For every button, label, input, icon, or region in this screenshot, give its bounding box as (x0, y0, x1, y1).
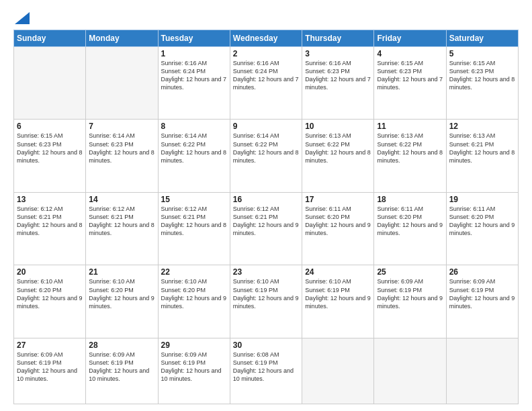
calendar-cell: 16Sunrise: 6:12 AMSunset: 6:21 PMDayligh… (230, 192, 302, 265)
day-info: Sunrise: 6:11 AMSunset: 6:20 PMDaylight:… (449, 205, 515, 238)
day-number: 27 (17, 340, 83, 350)
day-number: 22 (161, 267, 227, 277)
calendar-cell: 28Sunrise: 6:09 AMSunset: 6:19 PMDayligh… (86, 338, 158, 404)
calendar-cell (302, 338, 374, 404)
calendar-cell: 24Sunrise: 6:10 AMSunset: 6:19 PMDayligh… (302, 265, 374, 338)
day-info: Sunrise: 6:15 AMSunset: 6:23 PMDaylight:… (449, 59, 515, 92)
calendar-cell: 27Sunrise: 6:09 AMSunset: 6:19 PMDayligh… (14, 338, 86, 404)
calendar-cell: 29Sunrise: 6:09 AMSunset: 6:19 PMDayligh… (158, 338, 230, 404)
calendar-cell: 11Sunrise: 6:13 AMSunset: 6:22 PMDayligh… (374, 120, 446, 192)
calendar-cell: 14Sunrise: 6:12 AMSunset: 6:21 PMDayligh… (86, 192, 158, 265)
weekday-header-friday: Friday (374, 30, 446, 47)
calendar-cell: 26Sunrise: 6:09 AMSunset: 6:19 PMDayligh… (446, 265, 518, 338)
day-info: Sunrise: 6:15 AMSunset: 6:23 PMDaylight:… (377, 59, 443, 92)
day-number: 28 (89, 340, 154, 350)
week-row-5: 27Sunrise: 6:09 AMSunset: 6:19 PMDayligh… (14, 338, 519, 404)
day-number: 13 (17, 195, 83, 204)
day-info: Sunrise: 6:12 AMSunset: 6:21 PMDaylight:… (233, 205, 299, 238)
calendar-cell: 25Sunrise: 6:09 AMSunset: 6:19 PMDayligh… (374, 265, 446, 338)
day-info: Sunrise: 6:09 AMSunset: 6:19 PMDaylight:… (89, 351, 154, 383)
day-info: Sunrise: 6:10 AMSunset: 6:20 PMDaylight:… (89, 277, 154, 310)
calendar-cell: 21Sunrise: 6:10 AMSunset: 6:20 PMDayligh… (86, 265, 158, 338)
day-info: Sunrise: 6:16 AMSunset: 6:24 PMDaylight:… (233, 59, 299, 92)
calendar-cell (86, 47, 158, 120)
day-info: Sunrise: 6:10 AMSunset: 6:20 PMDaylight:… (17, 277, 83, 310)
day-number: 17 (305, 195, 371, 204)
day-info: Sunrise: 6:11 AMSunset: 6:20 PMDaylight:… (377, 205, 443, 238)
day-info: Sunrise: 6:09 AMSunset: 6:19 PMDaylight:… (377, 277, 443, 310)
day-info: Sunrise: 6:14 AMSunset: 6:22 PMDaylight:… (161, 132, 227, 165)
day-number: 5 (449, 49, 515, 58)
calendar-cell: 7Sunrise: 6:14 AMSunset: 6:23 PMDaylight… (86, 120, 158, 192)
day-number: 16 (233, 195, 299, 204)
calendar-cell: 23Sunrise: 6:10 AMSunset: 6:19 PMDayligh… (230, 265, 302, 338)
day-number: 3 (305, 49, 371, 58)
calendar-cell: 6Sunrise: 6:15 AMSunset: 6:23 PMDaylight… (14, 120, 86, 192)
logo-icon (15, 12, 30, 24)
svg-marker-0 (15, 12, 30, 24)
weekday-header-monday: Monday (86, 30, 158, 47)
day-number: 8 (161, 122, 227, 131)
day-number: 1 (161, 49, 227, 58)
weekday-header-saturday: Saturday (446, 30, 518, 47)
day-info: Sunrise: 6:08 AMSunset: 6:19 PMDaylight:… (233, 351, 299, 383)
day-info: Sunrise: 6:10 AMSunset: 6:19 PMDaylight:… (233, 277, 299, 310)
calendar-cell (446, 338, 518, 404)
day-info: Sunrise: 6:13 AMSunset: 6:22 PMDaylight:… (305, 132, 371, 165)
day-number: 19 (449, 195, 515, 204)
day-info: Sunrise: 6:14 AMSunset: 6:22 PMDaylight:… (233, 132, 299, 165)
weekday-header-thursday: Thursday (302, 30, 374, 47)
week-row-4: 20Sunrise: 6:10 AMSunset: 6:20 PMDayligh… (14, 265, 519, 338)
day-number: 15 (161, 195, 227, 204)
day-number: 14 (89, 195, 154, 204)
calendar-cell: 18Sunrise: 6:11 AMSunset: 6:20 PMDayligh… (374, 192, 446, 265)
header (13, 12, 519, 24)
weekday-header-tuesday: Tuesday (158, 30, 230, 47)
day-number: 23 (233, 267, 299, 277)
day-number: 26 (449, 267, 515, 277)
day-number: 20 (17, 267, 83, 277)
day-info: Sunrise: 6:13 AMSunset: 6:21 PMDaylight:… (449, 132, 515, 165)
day-number: 29 (161, 340, 227, 350)
day-number: 21 (89, 267, 154, 277)
weekday-header-row: SundayMondayTuesdayWednesdayThursdayFrid… (14, 30, 519, 47)
day-info: Sunrise: 6:10 AMSunset: 6:20 PMDaylight:… (161, 277, 227, 310)
day-number: 2 (233, 49, 299, 58)
weekday-header-wednesday: Wednesday (230, 30, 302, 47)
day-info: Sunrise: 6:09 AMSunset: 6:19 PMDaylight:… (449, 277, 515, 310)
day-info: Sunrise: 6:14 AMSunset: 6:23 PMDaylight:… (89, 132, 154, 165)
day-info: Sunrise: 6:12 AMSunset: 6:21 PMDaylight:… (17, 205, 83, 238)
day-number: 4 (377, 49, 443, 58)
calendar-cell: 15Sunrise: 6:12 AMSunset: 6:21 PMDayligh… (158, 192, 230, 265)
calendar-cell: 30Sunrise: 6:08 AMSunset: 6:19 PMDayligh… (230, 338, 302, 404)
week-row-3: 13Sunrise: 6:12 AMSunset: 6:21 PMDayligh… (14, 192, 519, 265)
day-info: Sunrise: 6:15 AMSunset: 6:23 PMDaylight:… (17, 132, 83, 165)
calendar-cell: 4Sunrise: 6:15 AMSunset: 6:23 PMDaylight… (374, 47, 446, 120)
day-info: Sunrise: 6:16 AMSunset: 6:23 PMDaylight:… (305, 59, 371, 92)
calendar-cell: 12Sunrise: 6:13 AMSunset: 6:21 PMDayligh… (446, 120, 518, 192)
page: SundayMondayTuesdayWednesdayThursdayFrid… (0, 0, 532, 411)
calendar-cell: 13Sunrise: 6:12 AMSunset: 6:21 PMDayligh… (14, 192, 86, 265)
day-info: Sunrise: 6:11 AMSunset: 6:20 PMDaylight:… (305, 205, 371, 238)
calendar-cell: 8Sunrise: 6:14 AMSunset: 6:22 PMDaylight… (158, 120, 230, 192)
day-number: 18 (377, 195, 443, 204)
day-number: 11 (377, 122, 443, 131)
day-info: Sunrise: 6:09 AMSunset: 6:19 PMDaylight:… (161, 351, 227, 383)
day-number: 9 (233, 122, 299, 131)
calendar-cell: 5Sunrise: 6:15 AMSunset: 6:23 PMDaylight… (446, 47, 518, 120)
calendar-cell: 9Sunrise: 6:14 AMSunset: 6:22 PMDaylight… (230, 120, 302, 192)
calendar-cell: 3Sunrise: 6:16 AMSunset: 6:23 PMDaylight… (302, 47, 374, 120)
calendar-cell: 19Sunrise: 6:11 AMSunset: 6:20 PMDayligh… (446, 192, 518, 265)
calendar-cell: 2Sunrise: 6:16 AMSunset: 6:24 PMDaylight… (230, 47, 302, 120)
calendar-cell: 17Sunrise: 6:11 AMSunset: 6:20 PMDayligh… (302, 192, 374, 265)
calendar-cell (374, 338, 446, 404)
calendar-cell: 22Sunrise: 6:10 AMSunset: 6:20 PMDayligh… (158, 265, 230, 338)
calendar-cell: 20Sunrise: 6:10 AMSunset: 6:20 PMDayligh… (14, 265, 86, 338)
calendar-cell (14, 47, 86, 120)
day-info: Sunrise: 6:13 AMSunset: 6:22 PMDaylight:… (377, 132, 443, 165)
day-number: 12 (449, 122, 515, 131)
calendar-table: SundayMondayTuesdayWednesdayThursdayFrid… (13, 30, 519, 404)
day-number: 25 (377, 267, 443, 277)
day-number: 24 (305, 267, 371, 277)
day-number: 7 (89, 122, 154, 131)
